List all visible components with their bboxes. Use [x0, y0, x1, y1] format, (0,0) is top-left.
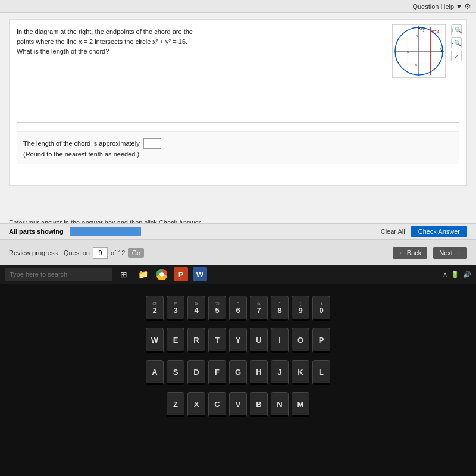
taskbar-files-icon[interactable]: 📁: [136, 267, 150, 281]
key-f[interactable]: F: [208, 360, 226, 385]
problem-line1: In the diagram at the right, the endpoin…: [17, 28, 193, 35]
bottom-row: Z X C V B N M: [167, 392, 309, 417]
round-note: (Round to the nearest tenth as needed.): [23, 151, 453, 158]
question-help-label: Question Help: [412, 3, 454, 10]
clear-all-button[interactable]: Clear All: [381, 228, 405, 235]
key-e[interactable]: E: [167, 328, 184, 353]
key-s[interactable]: S: [167, 360, 184, 385]
taskbar-powerpoint-icon[interactable]: P: [174, 267, 188, 281]
gear-icon: ⚙: [464, 2, 471, 11]
review-progress-button[interactable]: Review progress: [9, 249, 58, 256]
of-label: of 12: [111, 249, 125, 256]
svg-text:x=2: x=2: [432, 29, 439, 33]
zoom-controls: +🔍 -🔍 ⤢: [451, 24, 462, 61]
nav-bar: Review progress Question of 12 Go ← Back…: [0, 240, 476, 265]
dropdown-icon: ▼: [456, 3, 462, 10]
svg-text:Ay: Ay: [420, 27, 425, 32]
back-button[interactable]: ← Back: [393, 247, 428, 259]
taskbar: ⊞ 📁 P W ∧ 🔋 🔊: [0, 265, 476, 284]
taskbar-volume-icon[interactable]: 🔊: [463, 271, 471, 278]
key-5[interactable]: % 5: [208, 296, 226, 321]
key-i[interactable]: I: [271, 328, 289, 353]
key-u[interactable]: U: [250, 328, 268, 353]
svg-text:x: x: [440, 46, 442, 51]
answer-row: The length of the chord is approximately: [23, 138, 453, 149]
key-y[interactable]: Y: [229, 328, 247, 353]
key-2[interactable]: @ 2: [146, 296, 164, 321]
key-9[interactable]: ( 9: [292, 296, 309, 321]
key-g[interactable]: G: [229, 360, 247, 385]
key-z[interactable]: Z: [167, 392, 184, 417]
answer-input[interactable]: [143, 138, 161, 149]
taskbar-search[interactable]: [5, 268, 112, 281]
answer-prefix: The length of the chord is approximately: [23, 140, 140, 147]
taskbar-chrome-icon[interactable]: [155, 267, 169, 281]
key-7[interactable]: & 7: [250, 296, 268, 321]
qwerty-top-row: W E R T Y U I O P: [146, 328, 330, 353]
key-a[interactable]: A: [146, 360, 164, 385]
svg-text:-5: -5: [406, 50, 409, 54]
check-answer-button[interactable]: Check Answer: [411, 226, 467, 237]
key-k[interactable]: K: [292, 360, 309, 385]
key-b[interactable]: B: [250, 392, 268, 417]
problem-description: In the diagram at the right, the endpoin…: [17, 27, 207, 57]
key-c[interactable]: C: [208, 392, 226, 417]
key-4[interactable]: $ 4: [187, 296, 205, 321]
svg-text:-5: -5: [414, 63, 418, 67]
parts-bar: All parts showing Clear All Check Answer: [0, 223, 476, 240]
go-button[interactable]: Go: [128, 248, 144, 258]
coordinate-graph: x=2 Ay x -5 5 5 -5: [392, 24, 446, 78]
key-r[interactable]: R: [187, 328, 205, 353]
screen-area: Question Help ▼ ⚙ In the diagram at the …: [0, 0, 476, 265]
zoom-out-button[interactable]: -🔍: [451, 37, 462, 48]
key-h[interactable]: H: [250, 360, 268, 385]
key-0[interactable]: ) 0: [312, 296, 330, 321]
key-x[interactable]: X: [187, 392, 205, 417]
key-8[interactable]: * 8: [271, 296, 289, 321]
svg-point-21: [159, 272, 164, 277]
expand-button[interactable]: ⤢: [451, 51, 462, 61]
taskbar-battery-icon: 🔋: [451, 271, 459, 278]
key-3[interactable]: # 3: [167, 296, 184, 321]
question-label: Question: [64, 249, 90, 256]
number-key-row: @ 2 # 3 $ 4 % 5 ^ 6 & 7 * 8 ( 9: [146, 296, 330, 321]
home-row: A S D F G H J K L: [146, 360, 330, 385]
taskbar-up-arrow[interactable]: ∧: [443, 271, 447, 278]
content-area: In the diagram at the right, the endpoin…: [9, 19, 467, 186]
taskbar-right: ∧ 🔋 🔊: [443, 271, 471, 278]
key-6[interactable]: ^ 6: [229, 296, 247, 321]
key-v[interactable]: V: [229, 392, 247, 417]
key-w[interactable]: W: [146, 328, 164, 353]
next-button[interactable]: Next →: [433, 247, 467, 259]
key-o[interactable]: O: [292, 328, 309, 353]
key-n[interactable]: N: [271, 392, 289, 417]
diagram-area: x=2 Ay x -5 5 5 -5 +🔍 -🔍 ⤢: [392, 24, 461, 90]
key-m[interactable]: M: [292, 392, 309, 417]
graph-container: x=2 Ay x -5 5 5 -5 +🔍 -🔍 ⤢: [392, 24, 461, 78]
problem-line2: points where the line x = 2 intersects t…: [17, 38, 187, 45]
taskbar-windows-icon[interactable]: ⊞: [117, 267, 131, 281]
all-parts-label: All parts showing: [9, 228, 64, 235]
parts-progress-bar: [70, 227, 141, 236]
question-number-input[interactable]: [93, 247, 108, 259]
top-bar: Question Help ▼ ⚙: [0, 0, 476, 13]
key-p[interactable]: P: [312, 328, 330, 353]
taskbar-word-icon[interactable]: W: [193, 267, 207, 281]
key-l[interactable]: L: [312, 360, 330, 385]
key-t[interactable]: T: [208, 328, 226, 353]
zoom-in-button[interactable]: +🔍: [451, 24, 462, 35]
problem-line3: What is the length of the chord?: [17, 48, 109, 55]
question-nav: Question of 12 Go: [64, 247, 144, 259]
keyboard-area: @ 2 # 3 $ 4 % 5 ^ 6 & 7 * 8 ( 9: [0, 284, 476, 476]
answer-area: The length of the chord is approximately…: [17, 131, 459, 164]
key-j[interactable]: J: [271, 360, 289, 385]
question-help-button[interactable]: Question Help ▼ ⚙: [412, 2, 471, 11]
key-d[interactable]: D: [187, 360, 205, 385]
